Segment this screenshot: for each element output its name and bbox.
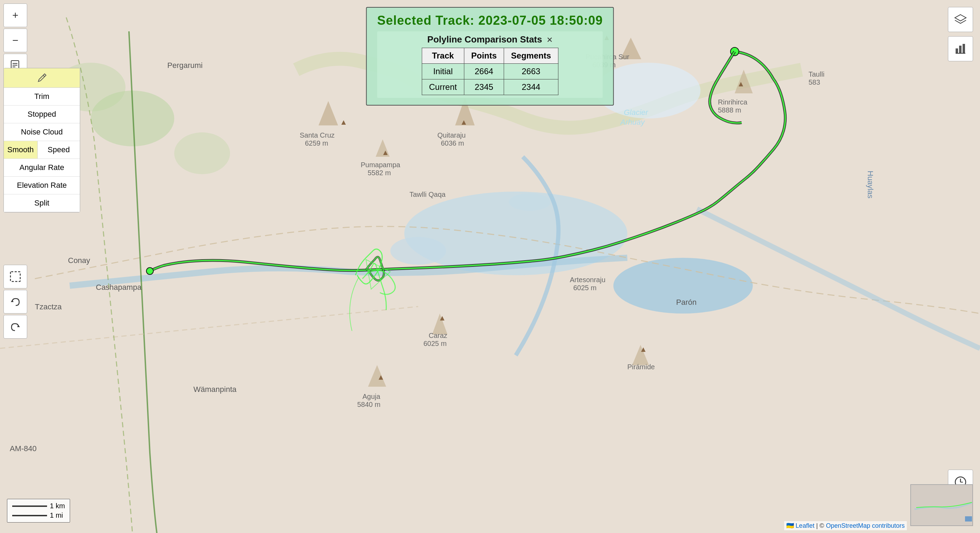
zoom-in-button[interactable]: +: [3, 3, 27, 27]
attribution-osm[interactable]: OpenStreetMap contributors: [826, 522, 905, 529]
chart-button[interactable]: [948, 36, 973, 61]
select-area-button[interactable]: [3, 265, 27, 289]
stats-close-button[interactable]: ✕: [546, 35, 553, 44]
svg-line-68: [43, 75, 45, 77]
scale-km: 1 km: [50, 502, 65, 510]
edit-panel-header: [4, 68, 80, 88]
svg-marker-72: [955, 14, 966, 21]
svg-text:5582 m: 5582 m: [368, 169, 391, 177]
redo-button[interactable]: [3, 315, 27, 339]
svg-text:Pumapampa: Pumapampa: [361, 161, 401, 169]
svg-text:Parón: Parón: [676, 298, 697, 306]
stopped-button[interactable]: Stopped: [4, 106, 80, 123]
undo-button[interactable]: [3, 290, 27, 314]
svg-text:Conay: Conay: [68, 256, 90, 265]
svg-text:Pirámide: Pirámide: [627, 363, 655, 371]
minimap: [910, 484, 973, 526]
stats-table: Track Points Segments Initial 2664 2663 …: [422, 48, 558, 95]
row-initial-track: Initial: [422, 64, 464, 79]
attribution: 🇺🇦 Leaflet | © OpenStreetMap contributor…: [784, 521, 907, 530]
svg-text:Rinrihirca: Rinrihirca: [718, 98, 748, 106]
svg-text:Taulli: Taulli: [808, 70, 824, 78]
svg-text:Tawlli Qaqa: Tawlli Qaqa: [409, 190, 446, 198]
svg-text:5888 m: 5888 m: [718, 106, 741, 114]
svg-text:▲: ▲: [640, 345, 647, 354]
svg-text:6036 m: 6036 m: [441, 140, 464, 147]
attribution-separator: | ©: [816, 522, 826, 529]
stats-title: Polyline Comparison Stats: [427, 34, 542, 44]
svg-text:Wämanpinta: Wämanpinta: [193, 385, 237, 393]
svg-text:6025 m: 6025 m: [573, 284, 597, 292]
svg-text:▲: ▲: [382, 148, 389, 157]
svg-text:Quitaraju: Quitaraju: [438, 131, 466, 139]
svg-text:Glacier: Glacier: [624, 108, 649, 117]
smooth-label: Smooth: [4, 141, 38, 159]
svg-point-7: [174, 132, 230, 174]
svg-text:Tzactza: Tzactza: [35, 302, 62, 311]
svg-text:▲: ▲: [438, 314, 446, 322]
svg-text:Artesonraju: Artesonraju: [570, 276, 605, 284]
svg-text:Santa Cruz: Santa Cruz: [300, 131, 334, 139]
svg-text:583: 583: [808, 78, 820, 86]
edit-panel: Trim Stopped Noise Cloud Smooth Speed An…: [3, 68, 80, 213]
scale-bar: 1 km 1 mi: [7, 499, 70, 523]
map-container: ▲ Santa Cruz 6259 m ▲ Quitaraju 6036 m ▲…: [0, 0, 980, 533]
svg-point-2: [390, 237, 446, 265]
layer-button[interactable]: [948, 7, 973, 32]
speed-button[interactable]: Speed: [38, 141, 80, 159]
svg-marker-70: [11, 300, 14, 302]
svg-text:Pergarumi: Pergarumi: [167, 61, 202, 70]
svg-text:▲: ▲: [340, 118, 347, 127]
row-initial-points: 2664: [464, 64, 504, 79]
stats-section: Polyline Comparison Stats ✕ Track Points…: [377, 31, 603, 98]
svg-text:Aguja: Aguja: [363, 393, 380, 400]
svg-rect-75: [963, 44, 965, 53]
angular-rate-button[interactable]: Angular Rate: [4, 159, 80, 177]
svg-text:AM-840: AM-840: [10, 444, 37, 453]
svg-text:6259 m: 6259 m: [305, 140, 328, 147]
svg-text:Caraz: Caraz: [429, 332, 447, 339]
table-row: Current 2345 2344: [422, 79, 558, 95]
noise-cloud-button[interactable]: Noise Cloud: [4, 123, 80, 141]
row-initial-segments: 2663: [504, 64, 558, 79]
svg-text:Arhuay: Arhuay: [620, 118, 646, 127]
col-track: Track: [422, 48, 464, 64]
svg-rect-73: [956, 48, 958, 53]
svg-text:Huaylas: Huaylas: [866, 171, 875, 198]
smooth-row: Smooth Speed: [4, 141, 80, 159]
attribution-leaflet: 🇺🇦 Leaflet: [786, 522, 815, 529]
col-segments: Segments: [504, 48, 558, 64]
scale-mi: 1 mi: [50, 511, 63, 519]
svg-text:Cashapampa: Cashapampa: [96, 283, 142, 292]
track-popup: Selected Track: 2023-07-05 18:50:09 Poly…: [366, 7, 614, 106]
svg-text:▲: ▲: [460, 118, 468, 127]
split-button[interactable]: Split: [4, 194, 80, 212]
zoom-out-button[interactable]: −: [3, 29, 27, 52]
trim-button[interactable]: Trim: [4, 88, 80, 106]
svg-text:▲: ▲: [737, 79, 745, 88]
svg-text:▲: ▲: [377, 373, 385, 381]
col-points: Points: [464, 48, 504, 64]
row-current-track: Current: [422, 79, 464, 95]
row-current-points: 2345: [464, 79, 504, 95]
svg-marker-71: [17, 325, 20, 327]
elevation-rate-button[interactable]: Elevation Rate: [4, 177, 80, 194]
svg-point-3: [509, 194, 550, 211]
svg-text:6025 m: 6025 m: [423, 339, 447, 347]
svg-rect-74: [959, 46, 961, 53]
track-title: Selected Track: 2023-07-05 18:50:09: [377, 13, 603, 28]
row-current-segments: 2344: [504, 79, 558, 95]
svg-rect-81: [965, 516, 972, 522]
svg-rect-69: [10, 272, 20, 281]
table-row: Initial 2664 2663: [422, 64, 558, 79]
svg-text:5840 m: 5840 m: [357, 401, 380, 408]
